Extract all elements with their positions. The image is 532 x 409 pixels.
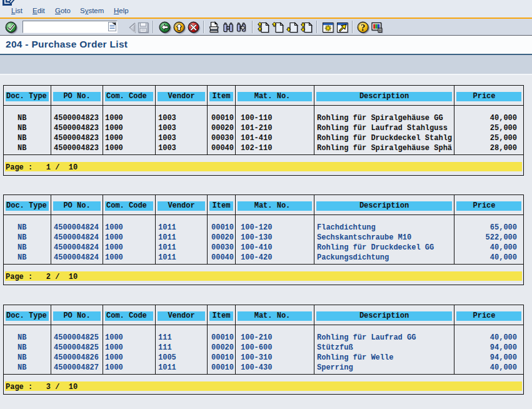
previous-page-button[interactable]	[272, 21, 284, 34]
back-icon	[159, 21, 171, 34]
find-icon	[222, 21, 234, 34]
po-list-table-1: Doc. TypePO No.Com. CodeVendorItemMat. N…	[3, 85, 524, 176]
cell: 522,000	[454, 233, 523, 243]
cell: 101-410	[235, 133, 314, 143]
cell: Sperring	[314, 363, 454, 373]
menu-edit[interactable]: Edit	[33, 7, 45, 14]
table-row[interactable]: NB45000048231000100300010100-110Rohling …	[4, 113, 523, 123]
cancel-button[interactable]	[188, 21, 200, 34]
menu-goto[interactable]: Goto	[55, 7, 71, 14]
page-footer: Page : 3 / 10	[5, 381, 522, 391]
table-row[interactable]: NB4500004825100011100020100-600Stützfuß9…	[4, 343, 523, 353]
table-row[interactable]: NB45000048231000100300040102-110Rohling …	[4, 143, 523, 153]
exit-button[interactable]	[173, 21, 186, 34]
cell: Rohling für Laufrad Stahlguss	[314, 123, 454, 133]
column-header: Com. Code	[105, 311, 153, 321]
svg-text:?: ?	[361, 23, 366, 33]
grid-line	[4, 264, 523, 265]
find-button[interactable]	[222, 21, 234, 34]
cell: 4500004823	[51, 133, 103, 143]
grid-line	[4, 154, 523, 155]
cell: 100-120	[235, 223, 314, 233]
first-page-icon	[258, 21, 270, 34]
cell: 40,000	[454, 333, 523, 343]
cell: 40,000	[454, 363, 523, 373]
help-button[interactable]: ?	[357, 21, 369, 34]
content-top-edge	[0, 74, 532, 75]
table-row[interactable]: NB45000048231000100300030101-410Rohling …	[4, 133, 523, 143]
grid-line	[4, 374, 523, 375]
page-footer: Page : 2 / 10	[5, 271, 522, 281]
cell: 1003	[155, 113, 207, 123]
next-page-button[interactable]	[286, 21, 299, 34]
menu-list[interactable]: List	[11, 7, 23, 14]
customize-layout-button[interactable]	[371, 21, 383, 34]
cell: 1000	[103, 253, 155, 263]
previous-page-icon	[272, 21, 284, 34]
create-shortcut-button[interactable]	[336, 21, 349, 34]
cell: 1000	[103, 333, 155, 343]
cell: 111	[155, 343, 207, 353]
column-header: Com. Code	[105, 201, 153, 211]
column-header: Price	[456, 201, 521, 211]
table-row[interactable]: NB45000048231000100300020101-210Rohling …	[4, 123, 523, 133]
cell: NB	[4, 143, 51, 153]
cell: Flachdichtung	[314, 223, 454, 233]
cell: 00030	[207, 133, 235, 143]
new-session-button[interactable]	[322, 21, 334, 34]
cell: Rohling für Druckdeckel GG	[314, 243, 454, 253]
cell: 101-210	[235, 123, 314, 133]
cell: 4500004824	[51, 223, 103, 233]
cell: 00030	[207, 243, 235, 253]
table-row[interactable]: NB45000048241000101100030100-410Rohling …	[4, 243, 523, 253]
column-header: Doc. Type	[6, 92, 49, 101]
menu-system[interactable]: System	[80, 7, 104, 14]
column-header: Description	[316, 201, 452, 211]
page-title: 204 - Purchase Order List	[6, 39, 128, 50]
save-button[interactable]	[137, 21, 149, 34]
command-history-dropdown[interactable]	[108, 22, 116, 32]
cell: NB	[4, 243, 51, 253]
find-next-button[interactable]	[236, 21, 248, 34]
menu-help[interactable]: Help	[114, 7, 129, 14]
cell: 1003	[155, 123, 207, 133]
cell: 100-130	[235, 233, 314, 243]
grid-line	[4, 215, 523, 215]
cell: 1011	[155, 243, 207, 253]
table-row[interactable]: NB45000048271000101100010100-430Sperring…	[4, 363, 523, 373]
column-header: Vendor	[158, 201, 205, 211]
column-header: Item	[209, 201, 233, 211]
table-row[interactable]: NB45000048241000101100010100-120Flachdic…	[4, 223, 523, 233]
command-field[interactable]	[23, 21, 118, 33]
toolbar-separator	[316, 21, 318, 33]
cell: 100-210	[235, 333, 314, 343]
table-row[interactable]: NB45000048241000101100020100-130Sechskan…	[4, 233, 523, 243]
table-row[interactable]: NB45000048241000101100040100-420Packungs…	[4, 253, 523, 263]
enter-button[interactable]	[5, 21, 18, 34]
column-header: PO No.	[53, 201, 101, 211]
menu-bar: ListEditGotoSystemHelp	[0, 0, 532, 18]
table-row[interactable]: NB4500004825100011100010100-210Rohling f…	[4, 333, 523, 343]
table-row[interactable]: NB45000048261000100500010100-310Rohling …	[4, 353, 523, 363]
cell: 1000	[103, 343, 155, 353]
cell: 00020	[207, 123, 235, 133]
back-button[interactable]	[159, 21, 171, 34]
last-page-button[interactable]	[301, 21, 313, 34]
cell: Packungsdichtung	[314, 253, 454, 263]
cell: Rohling für Druckdeckel Stahlg	[314, 133, 454, 143]
cell: 1000	[103, 353, 155, 363]
cell: 00010	[207, 223, 235, 233]
cell: 1000	[103, 363, 155, 373]
toolbar-separator	[153, 21, 154, 33]
save-icon	[137, 21, 149, 34]
cell: 1011	[155, 253, 207, 263]
print-button[interactable]	[208, 21, 220, 34]
cell: 94,000	[454, 353, 523, 363]
cell: NB	[4, 253, 51, 263]
application-toolbar	[0, 55, 532, 74]
first-page-button[interactable]	[258, 21, 270, 34]
cell: 1011	[155, 233, 207, 243]
cell: 1011	[155, 363, 207, 373]
toolbar-separator	[203, 21, 204, 33]
column-header: PO No.	[53, 311, 101, 321]
